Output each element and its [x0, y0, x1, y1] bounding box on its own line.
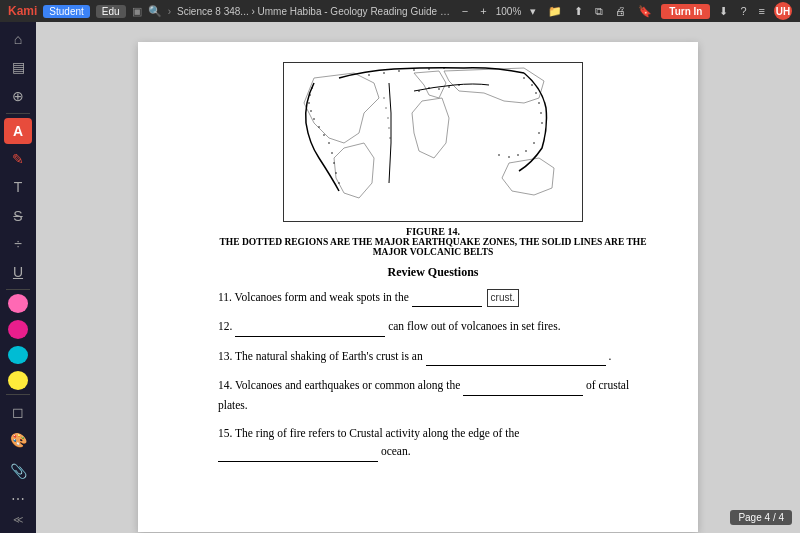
- q12-blank: [235, 317, 385, 336]
- page-total: 4: [778, 512, 784, 523]
- color-pink[interactable]: [8, 294, 28, 313]
- figure-description: THE DOTTED REGIONS ARE THE MAJOR EARTHQU…: [218, 237, 648, 257]
- path-separator: ›: [168, 6, 171, 17]
- q13-text: 13. The natural shaking of Earth's crust…: [218, 350, 426, 362]
- page-current: 4: [765, 512, 771, 523]
- svg-point-29: [508, 156, 510, 158]
- kami-logo: Kami: [8, 4, 37, 18]
- help-icon[interactable]: ?: [737, 5, 749, 17]
- figure-title: FIGURE 14.: [218, 226, 648, 237]
- svg-point-36: [383, 97, 385, 99]
- svg-point-25: [538, 132, 540, 134]
- doc-icon: ▣: [132, 5, 142, 18]
- svg-point-19: [523, 77, 525, 79]
- tool-home[interactable]: ⌂: [4, 26, 32, 52]
- svg-point-11: [335, 172, 337, 174]
- tool-stamp[interactable]: ⊕: [4, 83, 32, 109]
- svg-point-38: [387, 117, 389, 119]
- breadcrumb-path: Science 8 348... › Umme Habiba - Geology…: [177, 6, 453, 17]
- q15-blank: [218, 442, 378, 461]
- q13-end: .: [608, 350, 611, 362]
- color-magenta[interactable]: [8, 320, 28, 339]
- figure-container: FIGURE 14. THE DOTTED REGIONS ARE THE MA…: [218, 62, 648, 257]
- plus-btn[interactable]: +: [477, 5, 489, 17]
- sidebar-collapse-btn[interactable]: ≪: [13, 514, 23, 525]
- tool-eraser[interactable]: ◻: [4, 399, 32, 425]
- page-indicator: Page 4 / 4: [730, 510, 792, 525]
- tool-more[interactable]: ⋯: [4, 486, 32, 512]
- question-13: 13. The natural shaking of Earth's crust…: [218, 347, 648, 366]
- q12-number: 12.: [218, 320, 235, 332]
- q11-blank: [412, 288, 482, 307]
- q15-end: ocean.: [381, 445, 411, 457]
- svg-point-28: [517, 154, 519, 156]
- svg-point-27: [525, 150, 527, 152]
- print-icon[interactable]: 🖨: [612, 5, 629, 17]
- svg-point-34: [448, 86, 450, 88]
- svg-point-5: [313, 118, 315, 120]
- q15-text: 15. The ring of fire refers to Crustal a…: [218, 427, 519, 439]
- copy-icon[interactable]: ⧉: [592, 5, 606, 18]
- svg-point-14: [383, 72, 385, 74]
- svg-point-15: [398, 70, 400, 72]
- svg-point-8: [328, 142, 330, 144]
- tool-pen[interactable]: ✎: [4, 146, 32, 172]
- student-btn[interactable]: Student: [43, 5, 89, 18]
- tool-attachment[interactable]: 📎: [4, 457, 32, 483]
- folder-icon[interactable]: 📁: [545, 5, 565, 18]
- bookmark-icon[interactable]: 🔖: [635, 5, 655, 18]
- q14-blank: [463, 376, 583, 395]
- zoom-level: 100%: [496, 6, 522, 17]
- tool-layers[interactable]: ▤: [4, 54, 32, 80]
- turn-in-button[interactable]: Turn In: [661, 4, 710, 19]
- menu-icon[interactable]: ≡: [756, 5, 768, 17]
- svg-point-10: [333, 162, 335, 164]
- svg-point-33: [438, 88, 440, 90]
- svg-point-26: [533, 142, 535, 144]
- download-icon[interactable]: ⬇: [716, 5, 731, 18]
- tool-highlight[interactable]: A: [4, 118, 32, 144]
- user-avatar[interactable]: UH: [774, 2, 792, 20]
- main-layout: ⌂ ▤ ⊕ A ✎ T S ÷ U ◻ 🎨 📎 ⋯ ≪: [0, 22, 800, 533]
- tool-math[interactable]: ÷: [4, 231, 32, 257]
- tool-text[interactable]: T: [4, 174, 32, 200]
- svg-point-13: [368, 74, 370, 76]
- world-map: [283, 62, 583, 222]
- tool-palette[interactable]: 🎨: [4, 427, 32, 453]
- share-icon[interactable]: ⬆: [571, 5, 586, 18]
- svg-point-16: [413, 69, 415, 71]
- content-area: FIGURE 14. THE DOTTED REGIONS ARE THE MA…: [36, 22, 800, 533]
- page-label: Page: [738, 512, 761, 523]
- question-14: 14. Volcanoes and earthquakes or common …: [218, 376, 648, 414]
- svg-point-9: [331, 152, 333, 154]
- color-cyan[interactable]: [8, 346, 28, 365]
- edu-btn[interactable]: Edu: [96, 5, 126, 18]
- svg-point-22: [538, 102, 540, 104]
- review-questions-title: Review Questions: [218, 265, 648, 280]
- svg-point-30: [498, 154, 500, 156]
- zoom-dropdown-icon[interactable]: ▾: [527, 5, 539, 18]
- svg-point-23: [540, 112, 542, 114]
- document-page: FIGURE 14. THE DOTTED REGIONS ARE THE MA…: [138, 42, 698, 532]
- svg-point-7: [323, 134, 325, 136]
- svg-point-3: [308, 102, 310, 104]
- svg-point-6: [318, 126, 320, 128]
- tool-strikethrough[interactable]: S: [4, 203, 32, 229]
- q12-text: can flow out of volcanoes in set fires.: [388, 320, 560, 332]
- figure-caption: FIGURE 14. THE DOTTED REGIONS ARE THE MA…: [218, 226, 648, 257]
- q14-text: 14. Volcanoes and earthquakes or common …: [218, 379, 463, 391]
- color-yellow[interactable]: [8, 371, 28, 390]
- tool-underline[interactable]: U: [4, 259, 32, 285]
- svg-point-20: [531, 84, 533, 86]
- q11-number: 11. Volcanoes form and weak spots in the: [218, 291, 412, 303]
- q13-blank: [426, 347, 606, 366]
- sidebar: ⌂ ▤ ⊕ A ✎ T S ÷ U ◻ 🎨 📎 ⋯ ≪: [0, 22, 36, 533]
- search-icon[interactable]: 🔍: [148, 5, 162, 18]
- sidebar-divider-1: [6, 113, 30, 114]
- minus-btn[interactable]: −: [459, 5, 471, 17]
- svg-point-37: [385, 107, 387, 109]
- svg-point-4: [310, 110, 312, 112]
- question-15: 15. The ring of fire refers to Crustal a…: [218, 424, 648, 462]
- svg-point-12: [338, 182, 340, 184]
- svg-point-24: [541, 122, 543, 124]
